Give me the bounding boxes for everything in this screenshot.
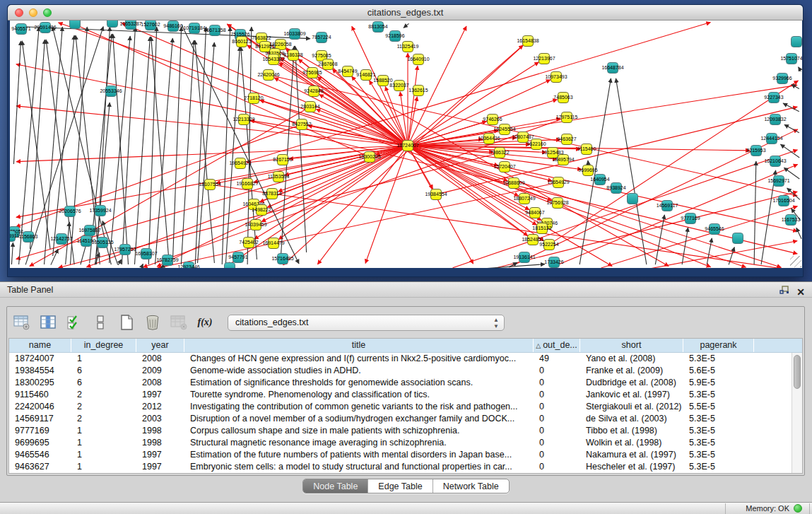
graph-node[interactable]: 15720407 xyxy=(499,161,510,173)
column-header-name[interactable]: name xyxy=(9,339,71,352)
table-row[interactable]: 977716911998Corpus callosum shape and si… xyxy=(9,425,802,437)
graph-node[interactable]: 16648784 xyxy=(607,62,618,74)
graph-node[interactable]: 8267150 xyxy=(277,154,288,165)
graph-node[interactable]: 8186328 xyxy=(288,49,299,61)
table-row[interactable]: 969969511998Structural magnetic resonanc… xyxy=(9,437,802,449)
graph-node[interactable]: 3913911 xyxy=(10,230,16,242)
graph-node[interactable]: 1527602 xyxy=(145,21,156,30)
graph-node[interactable]: 2867608 xyxy=(322,59,334,70)
graph-node[interactable]: 10719184 xyxy=(189,23,200,34)
graph-node[interactable]: 19654923 xyxy=(235,158,246,169)
graph-node[interactable]: 10688609 xyxy=(508,177,519,189)
graph-node[interactable]: 12213329 xyxy=(238,114,249,125)
graph-node[interactable]: 19654929 xyxy=(553,177,564,188)
network-window[interactable]: citations_edges.txt 18724007940557120691… xyxy=(7,4,804,277)
graph-node[interactable]: 20206576 xyxy=(64,206,76,217)
graph-node[interactable]: 8454749 xyxy=(342,66,353,77)
graph-node[interactable]: 8813054 xyxy=(372,21,384,33)
graph-node[interactable]: 1362615 xyxy=(413,85,424,96)
table-row[interactable]: 1830029562008Estimation of significance … xyxy=(9,377,802,389)
table-row[interactable]: 911546021997Tourette syndrome. Phenomeno… xyxy=(9,389,802,401)
tab-network-table[interactable]: Network Table xyxy=(433,479,509,493)
graph-node[interactable]: 16245554 xyxy=(499,124,510,135)
graph-node[interactable]: 9227343 xyxy=(768,92,779,103)
graph-node[interactable]: 19166827 xyxy=(242,178,253,189)
graph-node[interactable]: 15692971 xyxy=(773,175,784,187)
column-visibility-icon[interactable] xyxy=(39,313,57,332)
column-header-year[interactable]: year xyxy=(136,339,184,352)
row-selection-icon[interactable] xyxy=(65,313,83,332)
table-row[interactable]: 1456911722003Disruption of a novel membe… xyxy=(9,413,802,425)
graph-node[interactable] xyxy=(732,233,743,244)
graph-node[interactable]: 13505135 xyxy=(97,237,108,248)
graph-node[interactable]: 10364436 xyxy=(483,133,495,144)
graph-node[interactable]: 12093832 xyxy=(770,114,781,125)
graph-node[interactable]: 18524851 xyxy=(527,234,539,245)
float-panel-icon[interactable] xyxy=(779,284,789,300)
column-header-in-degree[interactable]: in_degree xyxy=(71,339,136,352)
close-panel-icon[interactable]: ✕ xyxy=(796,286,805,298)
table-row[interactable]: 1872400712008Changes of HCN gene express… xyxy=(9,353,802,365)
table-selector-dropdown[interactable]: citations_edges.txt ▲▼ xyxy=(228,315,505,331)
graph-node[interactable]: 16782759 xyxy=(162,255,173,266)
window-resize-grip[interactable] xyxy=(790,256,801,267)
column-header-title[interactable]: title xyxy=(184,339,534,352)
graph-node[interactable]: 15751074 xyxy=(786,53,797,64)
tab-node-table[interactable]: Node Table xyxy=(303,479,368,493)
graph-node[interactable]: 19756928 xyxy=(552,197,563,209)
graph-node[interactable]: 12142757 xyxy=(56,233,67,245)
graph-node[interactable]: 20691406 xyxy=(40,22,51,33)
graph-node[interactable]: 2803144 xyxy=(305,101,316,112)
graph-node[interactable]: 14039459 xyxy=(250,219,261,230)
graph-node[interactable] xyxy=(224,262,235,268)
table-row[interactable]: 2242004622012Investigating the contribut… xyxy=(9,401,802,413)
graph-node[interactable] xyxy=(107,21,118,28)
graph-node[interactable]: 12444154 xyxy=(766,133,777,144)
graph-node[interactable]: 7857224 xyxy=(316,32,327,43)
network-canvas[interactable]: 1872400794055712069140610653287152760294… xyxy=(10,21,802,268)
graph-node[interactable]: 9115460 xyxy=(581,144,592,155)
graph-node[interactable]: 1815132 xyxy=(536,223,548,234)
graph-node[interactable] xyxy=(627,193,638,204)
column-header-out-de-[interactable]: △out_de... xyxy=(534,339,580,352)
graph-node[interactable]: 16640910 xyxy=(413,54,424,65)
table-row[interactable]: 946554611997Estimation of the future num… xyxy=(9,449,802,461)
graph-node[interactable]: 16154838 xyxy=(522,35,534,47)
graph-node[interactable]: 9242848 xyxy=(308,86,319,97)
graph-node[interactable]: 7485063 xyxy=(558,92,569,103)
graph-node[interactable]: 17975115 xyxy=(561,112,572,123)
new-table-icon[interactable] xyxy=(117,313,136,332)
graph-node[interactable] xyxy=(69,21,81,29)
scrollbar-thumb[interactable] xyxy=(794,355,801,389)
graph-node[interactable]: 9522254 xyxy=(543,239,555,250)
graph-node[interactable]: 9746266 xyxy=(487,114,498,125)
graph-node[interactable]: 7986322 xyxy=(494,147,505,158)
graph-node[interactable]: 9699695 xyxy=(582,165,594,176)
graph-node[interactable]: 16671358 xyxy=(209,25,220,36)
graph-node[interactable]: 9465546 xyxy=(709,223,720,235)
graph-node[interactable]: 1145190 xyxy=(81,235,92,247)
column-header-pagerank[interactable]: pagerank xyxy=(683,339,754,352)
graph-node[interactable]: 16914479 xyxy=(268,238,279,249)
graph-node[interactable]: 9756985 xyxy=(307,67,318,78)
graph-node[interactable]: 18300295 xyxy=(364,151,375,163)
delete-rows-icon[interactable] xyxy=(143,313,162,332)
graph-node[interactable]: 9484067 xyxy=(529,207,541,218)
graph-node[interactable]: 1588520 xyxy=(377,75,389,86)
graph-node[interactable]: 11325419 xyxy=(402,41,413,52)
graph-node[interactable]: 18724007 xyxy=(402,140,413,151)
graph-node[interactable]: 8427552 xyxy=(296,119,307,130)
graph-node[interactable]: 18107554 xyxy=(204,179,216,190)
graph-node[interactable]: 10653287 xyxy=(125,21,136,30)
graph-node[interactable]: 8938924 xyxy=(611,182,622,194)
network-window-titlebar[interactable]: citations_edges.txt xyxy=(8,5,803,21)
graph-node[interactable]: 8215953 xyxy=(751,145,762,156)
graph-node[interactable]: 16543382 xyxy=(268,54,279,65)
graph-node[interactable]: 1733426 xyxy=(548,257,560,268)
graph-node[interactable]: 16958107 xyxy=(141,248,152,259)
graph-node[interactable]: 17016504 xyxy=(778,195,789,206)
graph-node[interactable]: 9329966 xyxy=(777,73,788,84)
function-builder-icon[interactable]: f(x) xyxy=(196,313,214,332)
graph-node[interactable]: 8660123 xyxy=(236,36,247,47)
table-row[interactable]: 1938455462009Genome-wide association stu… xyxy=(9,365,802,377)
